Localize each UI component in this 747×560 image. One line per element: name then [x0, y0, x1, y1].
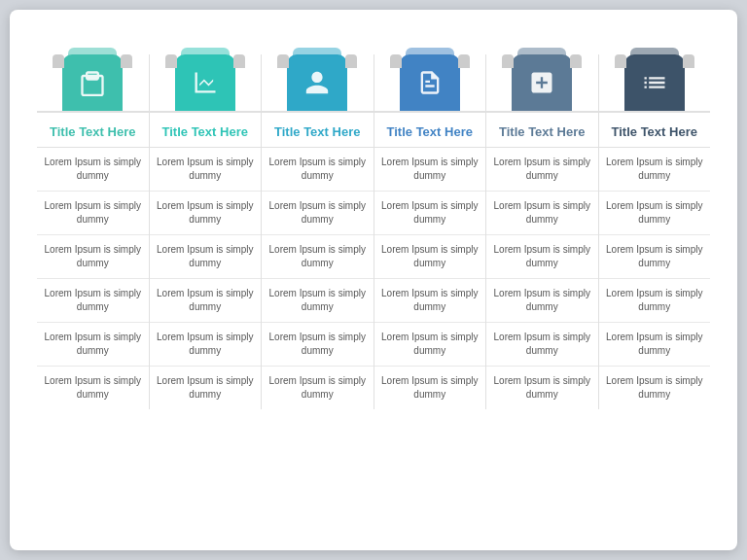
column-1: Title Text HereLorem Ipsum is simply dum…	[150, 54, 263, 409]
table-row: Lorem Ipsum is simply dummy	[599, 192, 711, 235]
column-title: Title Text Here	[374, 111, 486, 148]
icon-cell	[37, 54, 149, 111]
table-row: Lorem Ipsum is simply dummy	[599, 367, 711, 409]
data-rows: Lorem Ipsum is simply dummyLorem Ipsum i…	[150, 148, 262, 409]
column-5: Title Text HereLorem Ipsum is simply dum…	[599, 54, 711, 409]
table-row: Lorem Ipsum is simply dummy	[374, 192, 486, 235]
table-row: Lorem Ipsum is simply dummy	[374, 279, 486, 323]
tab-ear-right	[570, 54, 582, 68]
icon-row: Title Text HereLorem Ipsum is simply dum…	[37, 54, 710, 409]
column-4: Title Text HereLorem Ipsum is simply dum…	[486, 54, 599, 409]
table-row: Lorem Ipsum is simply dummy	[599, 148, 711, 192]
table-row: Lorem Ipsum is simply dummy	[150, 235, 262, 279]
chart-icon	[175, 54, 235, 111]
table-row: Lorem Ipsum is simply dummy	[37, 192, 149, 235]
tab-ear-left	[165, 54, 177, 68]
list-icon	[624, 54, 685, 111]
table-row: Lorem Ipsum is simply dummy	[374, 323, 486, 367]
column-title: Title Text Here	[150, 111, 262, 148]
table-row: Lorem Ipsum is simply dummy	[374, 148, 486, 192]
table-row: Lorem Ipsum is simply dummy	[262, 323, 374, 367]
data-rows: Lorem Ipsum is simply dummyLorem Ipsum i…	[262, 148, 374, 409]
tab-ear-right	[233, 54, 245, 68]
table-row: Lorem Ipsum is simply dummy	[486, 148, 598, 192]
table-row: Lorem Ipsum is simply dummy	[150, 279, 262, 323]
table-row: Lorem Ipsum is simply dummy	[37, 279, 149, 323]
icon-cell	[599, 54, 711, 111]
data-rows: Lorem Ipsum is simply dummyLorem Ipsum i…	[486, 148, 598, 409]
table-row: Lorem Ipsum is simply dummy	[37, 235, 149, 279]
icon-cell	[150, 54, 262, 111]
table-row: Lorem Ipsum is simply dummy	[486, 367, 598, 409]
table-row: Lorem Ipsum is simply dummy	[374, 367, 486, 409]
column-2: Title Text HereLorem Ipsum is simply dum…	[262, 54, 374, 409]
icon-cell	[374, 54, 486, 111]
table-row: Lorem Ipsum is simply dummy	[486, 279, 598, 323]
table-layout: Title Text HereLorem Ipsum is simply dum…	[37, 54, 710, 409]
table-row: Lorem Ipsum is simply dummy	[262, 279, 374, 323]
table-row: Lorem Ipsum is simply dummy	[150, 323, 262, 367]
table-row: Lorem Ipsum is simply dummy	[599, 235, 711, 279]
table-row: Lorem Ipsum is simply dummy	[262, 235, 374, 279]
column-title: Title Text Here	[599, 111, 711, 148]
table-row: Lorem Ipsum is simply dummy	[37, 148, 149, 192]
tab-ear-right	[683, 54, 694, 68]
data-rows: Lorem Ipsum is simply dummyLorem Ipsum i…	[37, 148, 149, 409]
person-icon	[287, 54, 347, 111]
column-3: Title Text HereLorem Ipsum is simply dum…	[374, 54, 487, 409]
column-title: Title Text Here	[262, 111, 374, 148]
column-title: Title Text Here	[486, 111, 598, 148]
table-row: Lorem Ipsum is simply dummy	[486, 323, 598, 367]
table-row: Lorem Ipsum is simply dummy	[374, 235, 486, 279]
icon-cell	[262, 54, 374, 111]
table-row: Lorem Ipsum is simply dummy	[37, 367, 149, 409]
tab-ear-left	[502, 54, 514, 68]
tab-ear-left	[53, 54, 64, 68]
table-row: Lorem Ipsum is simply dummy	[262, 192, 374, 235]
tab-ear-right	[345, 54, 357, 68]
tab-ear-left	[615, 54, 626, 68]
clipboard-icon	[62, 54, 123, 111]
table-row: Lorem Ipsum is simply dummy	[150, 148, 262, 192]
slide: Title Text HereLorem Ipsum is simply dum…	[10, 10, 737, 550]
table-row: Lorem Ipsum is simply dummy	[150, 192, 262, 235]
icon-cell	[486, 54, 598, 111]
column-0: Title Text HereLorem Ipsum is simply dum…	[37, 54, 150, 409]
table-row: Lorem Ipsum is simply dummy	[262, 148, 374, 192]
tab-ear-right	[458, 54, 470, 68]
table-row: Lorem Ipsum is simply dummy	[599, 279, 711, 323]
tab-ear-left	[390, 54, 402, 68]
document-icon	[400, 54, 460, 111]
data-rows: Lorem Ipsum is simply dummyLorem Ipsum i…	[599, 148, 711, 409]
notes-icon	[512, 54, 572, 111]
table-row: Lorem Ipsum is simply dummy	[37, 323, 149, 367]
table-row: Lorem Ipsum is simply dummy	[486, 192, 598, 235]
table-row: Lorem Ipsum is simply dummy	[262, 367, 374, 409]
tab-ear-right	[121, 54, 132, 68]
column-title: Title Text Here	[37, 111, 149, 148]
tab-ear-left	[277, 54, 289, 68]
table-row: Lorem Ipsum is simply dummy	[150, 367, 262, 409]
table-row: Lorem Ipsum is simply dummy	[599, 323, 711, 367]
table-row: Lorem Ipsum is simply dummy	[486, 235, 598, 279]
data-rows: Lorem Ipsum is simply dummyLorem Ipsum i…	[374, 148, 486, 409]
